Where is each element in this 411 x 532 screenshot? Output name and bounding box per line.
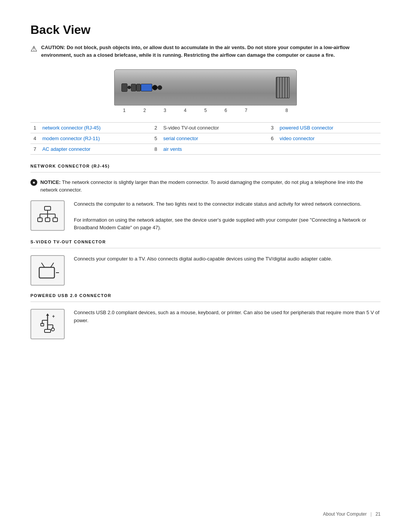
num-5: 5	[202, 108, 209, 113]
svg-text:+: +	[52, 314, 55, 319]
port-rj45	[121, 83, 127, 92]
footer-text: About Your Computer	[323, 511, 367, 517]
network-icon-box	[30, 200, 65, 231]
page-number: 21	[376, 511, 381, 517]
svideo-connector-detail: Connects your computer to a TV. Also con…	[30, 255, 381, 286]
svideo-desc: Connects your computer to a TV. Also con…	[74, 255, 381, 263]
page-footer: About Your Computer | 21	[323, 511, 381, 517]
num-cell: 1	[30, 123, 39, 133]
connector-1-label[interactable]: network connector (RJ-45)	[39, 123, 151, 133]
num-4: 4	[182, 108, 189, 113]
num-cell: 5	[151, 133, 160, 144]
section-rule-svideo	[30, 248, 381, 248]
caution-icon: ⚠	[30, 44, 37, 53]
link-air-vents[interactable]: air vents	[163, 146, 182, 152]
num-cell: 8	[151, 144, 160, 155]
network-connector-detail: Connects the computer to a network. The …	[30, 200, 381, 232]
connector-4-label[interactable]: modem connector (RJ-11)	[39, 133, 151, 144]
num-1: 1	[121, 108, 128, 113]
port-vga	[141, 84, 152, 91]
connector-row-3: 7 AC adapter connector 8 air vents	[30, 144, 381, 155]
usb-icon-box: +	[30, 309, 65, 339]
section-heading-usb: Powered USB 2.0 Connector	[30, 293, 381, 298]
svg-line-11	[51, 263, 54, 267]
num-cell: 2	[151, 123, 160, 133]
port-rj11	[131, 84, 136, 91]
svg-line-10	[41, 263, 45, 267]
port-unknown	[136, 84, 141, 91]
port-vent	[276, 77, 290, 98]
svg-rect-6	[38, 218, 42, 222]
num-cell: 3	[268, 123, 277, 133]
num-7: 7	[242, 108, 250, 113]
network-desc-2: For information on using the network ada…	[74, 216, 381, 232]
back-view-diagram: 1 2 3 4 5 6 7 8	[30, 69, 381, 113]
connector-table: 1 network connector (RJ-45) 2 S-video TV…	[30, 122, 381, 155]
connector-row-2: 4 modem connector (RJ-11) 5 serial conne…	[30, 133, 381, 144]
notice-box-network: ● NOTICE: The network connector is sligh…	[30, 179, 381, 193]
section-heading-svideo: S-Video TV-Out Connector	[30, 240, 381, 244]
diagram-numbers: 1 2 3 4 5 6 7 8	[114, 108, 297, 113]
link-ac-adapter[interactable]: AC adapter connector	[42, 146, 90, 152]
laptop-back-image	[114, 69, 297, 105]
usb-desc: Connects USB 2.0 compliant devices, such…	[74, 309, 381, 325]
caution-box: ⚠ CAUTION: Do not block, push objects in…	[30, 44, 381, 59]
svg-marker-15	[46, 313, 49, 316]
usb-svg-icon: +	[36, 313, 59, 335]
svg-rect-8	[53, 218, 57, 222]
connector-7-label[interactable]: AC adapter connector	[39, 144, 151, 155]
link-modem-connector[interactable]: modem connector (RJ-11)	[42, 136, 100, 141]
connector-8-label[interactable]: air vents	[160, 144, 268, 155]
svg-rect-22	[45, 329, 51, 332]
section-rule-usb	[30, 302, 381, 302]
num-2: 2	[141, 108, 148, 113]
num-spacer	[263, 108, 270, 113]
link-powered-usb[interactable]: powered USB connector	[280, 125, 333, 131]
port-adapter	[158, 85, 162, 90]
section-rule-network	[30, 172, 381, 173]
usb-connector-detail: + Connects USB 2.0 compliant devices, su…	[30, 309, 381, 339]
num-cell: 7	[30, 144, 39, 155]
num-8: 8	[283, 108, 290, 113]
usb-connector-desc: Connects USB 2.0 compliant devices, such…	[74, 309, 381, 325]
notice-text-network: NOTICE: The network connector is slightl…	[40, 179, 381, 193]
link-serial-connector[interactable]: serial connector	[163, 136, 198, 141]
link-network-connector[interactable]: network connector (RJ-45)	[42, 125, 100, 131]
network-svg-icon	[36, 204, 59, 227]
caution-text: CAUTION: Do not block, push objects into…	[41, 44, 381, 59]
footer-separator: |	[371, 511, 372, 517]
connector-2-label: S-video TV-out connector	[160, 123, 268, 133]
link-video-connector[interactable]: video connector	[280, 136, 315, 141]
notice-icon: ●	[30, 179, 37, 186]
num-cell: 4	[30, 133, 39, 144]
network-desc-1: Connects the computer to a network. The …	[74, 200, 381, 208]
svg-rect-0	[45, 206, 51, 210]
caution-body: Do not block, push objects into, or allo…	[41, 45, 349, 58]
svideo-svg-icon	[36, 259, 59, 282]
connector-3-label[interactable]: powered USB connector	[277, 123, 381, 133]
page-title: Back View	[30, 23, 381, 37]
num-6: 6	[222, 108, 229, 113]
caution-label: CAUTION:	[41, 45, 65, 50]
port-svid	[152, 85, 158, 90]
svg-rect-7	[45, 218, 50, 222]
section-heading-network: Network Connector (RJ-45)	[30, 164, 381, 168]
num-cell: 6	[268, 133, 277, 144]
connector-6-label[interactable]: video connector	[277, 133, 381, 144]
notice-body: The network connector is slightly larger…	[40, 179, 363, 193]
num-3: 3	[161, 108, 169, 113]
svg-rect-9	[39, 267, 54, 278]
port-audio	[127, 86, 131, 89]
svideo-connector-desc: Connects your computer to a TV. Also con…	[74, 255, 381, 263]
notice-label: NOTICE:	[40, 179, 61, 185]
connector-5-label[interactable]: serial connector	[160, 133, 268, 144]
connector-row-1: 1 network connector (RJ-45) 2 S-video TV…	[30, 123, 381, 133]
network-connector-desc: Connects the computer to a network. The …	[74, 200, 381, 232]
svideo-icon-box	[30, 255, 65, 286]
